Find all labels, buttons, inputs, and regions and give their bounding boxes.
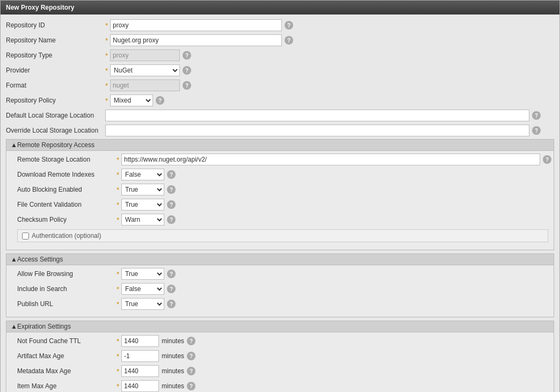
- not-found-ttl-label: Not Found Cache TTL: [17, 337, 117, 345]
- include-search-label: Include in Search: [17, 285, 117, 293]
- access-section-header[interactable]: ▲ Access Settings: [6, 254, 554, 265]
- publish-url-select[interactable]: True False: [121, 298, 164, 310]
- access-collapse-icon[interactable]: ▲: [11, 256, 17, 263]
- required-star-publish: *: [117, 300, 119, 308]
- repository-id-label: Repository ID: [6, 21, 105, 29]
- repository-name-help-icon[interactable]: ?: [285, 36, 293, 45]
- auto-blocking-select[interactable]: True False: [121, 184, 164, 195]
- publish-url-help-icon[interactable]: ?: [167, 300, 176, 308]
- repository-id-help-icon[interactable]: ?: [285, 21, 293, 30]
- override-storage-help-icon[interactable]: ?: [532, 126, 541, 135]
- override-storage-input[interactable]: [105, 125, 529, 136]
- allow-file-browsing-select[interactable]: True False: [121, 268, 164, 280]
- checksum-help-icon[interactable]: ?: [167, 215, 176, 224]
- remote-section-title: Remote Repository Access: [17, 141, 94, 149]
- default-storage-label: Default Local Storage Location: [6, 112, 105, 119]
- item-max-help-icon[interactable]: ?: [187, 382, 195, 390]
- expiration-collapse-icon[interactable]: ▲: [11, 323, 17, 330]
- file-content-select[interactable]: True False: [121, 199, 164, 210]
- provider-help-icon[interactable]: ?: [183, 66, 191, 75]
- required-star-metadata: *: [117, 367, 119, 375]
- not-found-ttl-input[interactable]: [121, 335, 159, 347]
- expiration-section: ▲ Expiration Settings Not Found Cache TT…: [6, 321, 554, 392]
- default-storage-help-icon[interactable]: ?: [532, 111, 541, 120]
- allow-file-browsing-help-icon[interactable]: ?: [167, 270, 176, 278]
- repository-policy-help-icon[interactable]: ?: [156, 96, 164, 105]
- default-storage-control: ?: [105, 110, 554, 121]
- repository-type-input: [110, 49, 180, 61]
- expiration-section-header[interactable]: ▲ Expiration Settings: [6, 321, 554, 332]
- not-found-ttl-row: Not Found Cache TTL * minutes ?: [17, 335, 548, 347]
- include-search-select[interactable]: False True: [121, 283, 164, 295]
- repository-name-input[interactable]: [110, 34, 282, 46]
- publish-url-control: * True False ?: [117, 298, 548, 310]
- override-storage-control: ?: [105, 125, 554, 136]
- artifact-max-help-icon[interactable]: ?: [187, 352, 195, 360]
- metadata-max-row: Metadata Max Age * minutes ?: [17, 365, 548, 378]
- required-star-ttl: *: [117, 337, 119, 345]
- file-content-row: File Content Validation * True False ?: [17, 198, 548, 211]
- required-star-browsing: *: [117, 270, 119, 278]
- default-storage-input[interactable]: [105, 110, 529, 121]
- remote-section-header[interactable]: ▲ Remote Repository Access: [6, 140, 554, 151]
- provider-control: * NuGet Maven2 npm RubyGems ?: [105, 64, 554, 76]
- auth-checkbox[interactable]: [22, 233, 29, 239]
- checksum-row: Checksum Policy * Warn Strict Ignore ?: [17, 213, 548, 226]
- repository-policy-control: * Mixed Release Snapshot ?: [105, 95, 554, 106]
- download-remote-control: * False True ?: [117, 169, 548, 180]
- not-found-ttl-help-icon[interactable]: ?: [187, 337, 195, 345]
- expiration-section-body: Not Found Cache TTL * minutes ? Artifact…: [6, 332, 554, 392]
- required-star-name: *: [105, 37, 108, 45]
- include-search-help-icon[interactable]: ?: [167, 285, 176, 293]
- remote-storage-input[interactable]: [121, 154, 540, 165]
- provider-select[interactable]: NuGet Maven2 npm RubyGems: [110, 64, 180, 76]
- item-max-input[interactable]: [121, 380, 159, 392]
- artifact-max-label: Artifact Max Age: [17, 352, 117, 360]
- required-star-download: *: [117, 171, 119, 179]
- default-storage-row: Default Local Storage Location ?: [6, 109, 554, 122]
- required-star-format: *: [105, 82, 108, 90]
- file-content-label: File Content Validation: [17, 201, 117, 208]
- repository-policy-select[interactable]: Mixed Release Snapshot: [110, 95, 153, 106]
- file-content-control: * True False ?: [117, 199, 548, 210]
- file-content-help-icon[interactable]: ?: [167, 200, 176, 209]
- artifact-max-input[interactable]: [121, 350, 159, 362]
- repository-name-row: Repository Name * ?: [6, 34, 554, 47]
- download-remote-select[interactable]: False True: [121, 169, 164, 180]
- required-star-policy: *: [105, 97, 108, 105]
- checksum-label: Checksum Policy: [17, 216, 117, 223]
- form-area: Repository ID * ? Repository Name * ? Re…: [1, 14, 559, 392]
- allow-file-browsing-control: * True False ?: [117, 268, 548, 280]
- metadata-max-help-icon[interactable]: ?: [187, 367, 195, 375]
- repository-id-input[interactable]: [110, 19, 282, 31]
- auto-blocking-control: * True False ?: [117, 184, 548, 195]
- required-star-autoblocking: *: [117, 186, 119, 194]
- override-storage-label: Override Local Storage Location: [6, 127, 105, 134]
- publish-url-label: Publish URL: [17, 300, 117, 308]
- allow-file-browsing-row: Allow File Browsing * True False ?: [17, 267, 548, 280]
- repository-type-label: Repository Type: [6, 52, 105, 59]
- auto-blocking-help-icon[interactable]: ?: [167, 185, 176, 194]
- required-star-provider: *: [105, 67, 108, 75]
- download-remote-label: Download Remote Indexes: [17, 171, 117, 178]
- remote-storage-label: Remote Storage Location: [17, 156, 117, 163]
- metadata-max-input[interactable]: [121, 365, 159, 377]
- item-max-row: Item Max Age * minutes ?: [17, 380, 548, 392]
- provider-label: Provider: [6, 67, 105, 74]
- remote-storage-control: * ?: [117, 154, 551, 165]
- required-star-remote: *: [117, 156, 119, 164]
- artifact-max-minutes: minutes: [162, 352, 184, 360]
- main-window: New Proxy Repository Repository ID * ? R…: [0, 0, 560, 392]
- repository-name-control: * ?: [105, 34, 554, 46]
- remote-collapse-icon[interactable]: ▲: [11, 141, 17, 149]
- checksum-select[interactable]: Warn Strict Ignore: [121, 214, 164, 226]
- allow-file-browsing-label: Allow File Browsing: [17, 270, 117, 278]
- format-row: Format * ?: [6, 79, 554, 92]
- repository-type-help-icon[interactable]: ?: [183, 51, 191, 60]
- include-search-row: Include in Search * False True ?: [17, 282, 548, 295]
- remote-storage-row: Remote Storage Location * ?: [17, 153, 548, 166]
- required-star-type: *: [105, 52, 108, 60]
- remote-storage-help-icon[interactable]: ?: [543, 155, 551, 164]
- download-remote-help-icon[interactable]: ?: [167, 170, 176, 179]
- format-help-icon[interactable]: ?: [183, 81, 191, 90]
